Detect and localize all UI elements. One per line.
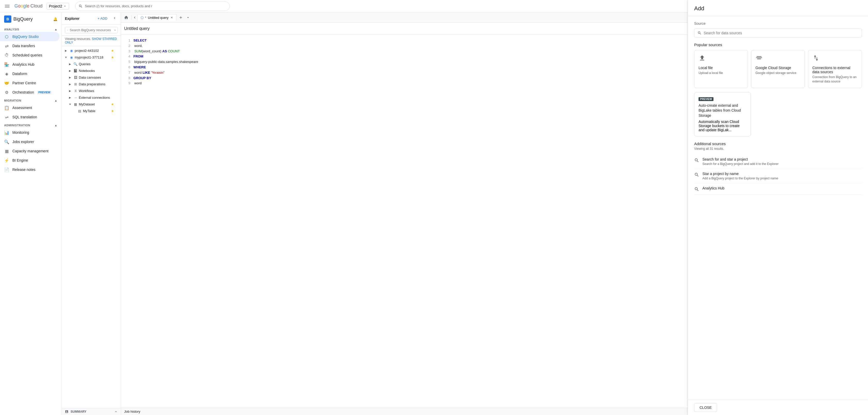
migration-collapse-icon[interactable]: ▲ bbox=[55, 99, 57, 102]
search-bar[interactable]: Search (/) for resources, docs, products… bbox=[75, 2, 230, 11]
table-icon: ▤ bbox=[77, 109, 82, 113]
tree-item-project2[interactable]: ▶ ◉ project2-443102 ★ ⋮ bbox=[62, 47, 121, 54]
star-icon[interactable]: ★ bbox=[111, 109, 114, 113]
home-button[interactable] bbox=[122, 13, 130, 22]
tab-untitled-query[interactable]: ⬡ * Untitled query ✕ bbox=[137, 14, 177, 21]
bi-engine-icon: ⚡ bbox=[4, 158, 9, 163]
tree-item-external-connections[interactable]: ▶ → External connections ⋮ bbox=[62, 94, 121, 101]
chevron-right-icon: ▶ bbox=[68, 95, 72, 99]
data-source-search-input[interactable] bbox=[704, 31, 859, 35]
tree-item-label: project2-443102 bbox=[75, 49, 110, 53]
source-card-external[interactable]: Connections to external data sources Con… bbox=[808, 50, 862, 88]
more-tabs-button[interactable] bbox=[184, 14, 192, 21]
notification-icon[interactable]: 🔔 bbox=[53, 17, 57, 21]
sidebar-item-orchestration[interactable]: ⚙ Orchestration PREVIEW bbox=[0, 88, 60, 97]
sidebar-item-bigquery-studio[interactable]: ⬡ BigQuery Studio bbox=[0, 32, 60, 41]
dataform-icon: ◈ bbox=[4, 71, 9, 76]
project-icon: ◉ bbox=[69, 55, 74, 60]
tree-item-notebooks[interactable]: ▶ 📓 Notebooks ⋮ bbox=[62, 67, 121, 74]
sidebar-item-partner-centre[interactable]: 🤝 Partner Centre bbox=[0, 78, 60, 88]
viewing-results: Viewing all 31 results. bbox=[694, 147, 862, 151]
tree-item-mytable[interactable]: ▶ ▤ MyTable ★ ⋮ bbox=[62, 108, 121, 114]
storage-icon bbox=[755, 54, 801, 63]
tree-item-data-canvases[interactable]: ▶ 🖼 Data canvases ⋮ bbox=[62, 74, 121, 81]
search-input[interactable] bbox=[70, 28, 113, 32]
explorer-add-button[interactable]: + ADD bbox=[96, 16, 110, 21]
tab-close-icon[interactable]: ✕ bbox=[170, 16, 173, 20]
star-icon[interactable]: ★ bbox=[111, 102, 114, 106]
tree-item-label: External connections bbox=[79, 96, 114, 99]
sidebar-item-jobs-explorer[interactable]: 🔍 Jobs explorer bbox=[0, 137, 60, 146]
tree-item-mydataset[interactable]: ▼ ▦ MyDataset ★ ⋮ bbox=[62, 101, 121, 108]
dataset-icon: ▦ bbox=[73, 102, 78, 107]
close-button[interactable]: CLOSE bbox=[694, 403, 717, 412]
sidebar-item-analytics-hub[interactable]: 🏪 Analytics Hub bbox=[0, 60, 60, 69]
help-icon[interactable] bbox=[115, 28, 116, 32]
sidebar-item-release-notes[interactable]: 📄 Release notes bbox=[0, 165, 60, 174]
summary-label[interactable]: SUMMARY bbox=[70, 410, 87, 413]
star-icon[interactable]: ★ bbox=[111, 49, 114, 53]
sidebar-item-label: Analytics Hub bbox=[12, 62, 34, 66]
add-panel-header: Add bbox=[688, 0, 868, 16]
explorer-collapse-icon[interactable] bbox=[112, 15, 118, 22]
capacity-management-icon: ▦ bbox=[4, 148, 9, 154]
tree-item-myproject1[interactable]: ▼ ◉ myproject1-377118 ★ ⋮ bbox=[62, 54, 121, 61]
chevron-left-icon[interactable] bbox=[133, 16, 137, 20]
explorer-search-inner[interactable] bbox=[65, 27, 118, 33]
list-item-desc: Add a BigQuery project to the Explorer b… bbox=[702, 176, 778, 181]
tree-item-label: Workflows bbox=[79, 89, 114, 93]
svg-rect-1 bbox=[5, 6, 9, 6]
tree-item-data-preparations[interactable]: ▶ ⊞ Data preparations ⋮ bbox=[62, 81, 121, 87]
analysis-section-label: Analysis ▲ bbox=[0, 26, 62, 32]
release-notes-icon: 📄 bbox=[4, 167, 9, 172]
tree-item-workflows[interactable]: ▶ ⧖ Workflows ⋮ bbox=[62, 87, 121, 94]
list-text: Star a project by name Add a BigQuery pr… bbox=[702, 172, 778, 181]
card-title: Local file bbox=[699, 66, 744, 70]
tab-label: Untitled query bbox=[148, 16, 168, 20]
new-tab-button[interactable] bbox=[177, 14, 184, 21]
bigquery-studio-icon: ⬡ bbox=[4, 34, 9, 39]
sql-translation-icon: ⇌ bbox=[4, 114, 9, 120]
sidebar-item-data-transfers[interactable]: ⇄ Data transfers bbox=[0, 41, 60, 51]
project-name: Project2 bbox=[49, 4, 62, 8]
source-search-icon bbox=[698, 31, 702, 35]
tree-item-label: MyTable bbox=[83, 109, 110, 113]
sidebar-item-sql-translation[interactable]: ⇌ SQL translation bbox=[0, 112, 60, 122]
sidebar-item-capacity-management[interactable]: ▦ Capacity management bbox=[0, 146, 60, 156]
source-list-item-star-by-name[interactable]: Star a project by name Add a BigQuery pr… bbox=[694, 169, 862, 183]
tree-item-label: Data canvases bbox=[79, 76, 114, 79]
upload-icon bbox=[699, 54, 744, 63]
preview-cards-row: PREVIEW Auto-create external and BigLake… bbox=[694, 92, 862, 137]
source-card-local-file[interactable]: Local file Upload a local file bbox=[694, 50, 748, 88]
sidebar-item-monitoring[interactable]: 📊 Monitoring bbox=[0, 128, 60, 137]
auto-create-desc: Automatically scan Cloud Storage buckets… bbox=[699, 120, 746, 132]
workflows-icon: ⧖ bbox=[73, 88, 78, 93]
source-search[interactable] bbox=[694, 29, 862, 37]
search-icon bbox=[67, 28, 68, 32]
list-item-title: Analytics Hub bbox=[702, 186, 724, 190]
source-card-auto-create[interactable]: PREVIEW Auto-create external and BigLake… bbox=[694, 92, 751, 137]
sidebar-item-assessment[interactable]: 📋 Assessment bbox=[0, 103, 60, 112]
source-list-item-search-star[interactable]: Search for and star a project Search for… bbox=[694, 155, 862, 169]
svg-rect-0 bbox=[5, 5, 9, 5]
chevron-right-icon: ▶ bbox=[64, 49, 68, 53]
sidebar-item-dataform[interactable]: ◈ Dataform bbox=[0, 69, 60, 78]
menu-icon[interactable] bbox=[2, 1, 12, 11]
add-panel-body: Source Popular sources Local file Upload… bbox=[688, 16, 868, 400]
analysis-collapse-icon[interactable]: ▲ bbox=[55, 28, 57, 31]
queries-icon: 🔍 bbox=[73, 62, 78, 66]
chevron-right-icon: ▶ bbox=[68, 82, 72, 86]
search-star-icon bbox=[694, 158, 699, 163]
sidebar-item-bi-engine[interactable]: ⚡ BI Engine bbox=[0, 156, 60, 165]
source-list-item-analytics-hub[interactable]: Analytics Hub bbox=[694, 183, 862, 195]
administration-collapse-icon[interactable]: ▲ bbox=[55, 124, 57, 127]
tree-item-queries[interactable]: ▶ 🔍 Queries ⋮ bbox=[62, 61, 121, 67]
explorer-title: Explorer bbox=[65, 17, 93, 21]
tree-item-label: Queries bbox=[79, 62, 114, 66]
sidebar-item-scheduled-queries[interactable]: ⏱ Scheduled queries bbox=[0, 51, 60, 60]
star-icon[interactable]: ★ bbox=[111, 55, 114, 59]
project-selector[interactable]: Project2 bbox=[46, 3, 69, 9]
source-card-gcs[interactable]: Google Cloud Storage Google object stora… bbox=[751, 50, 805, 88]
expand-icon[interactable] bbox=[114, 410, 118, 413]
card-desc: Upload a local file bbox=[699, 71, 744, 75]
